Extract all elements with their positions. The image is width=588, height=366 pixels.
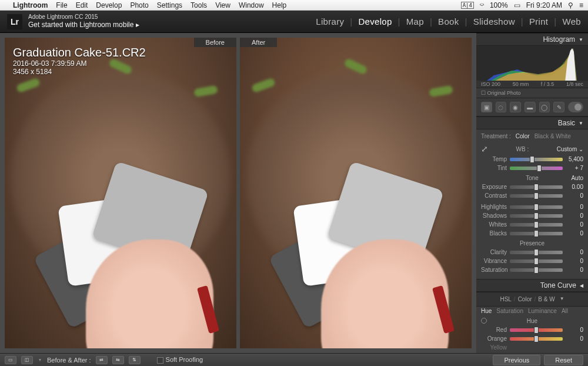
- hsl-sub-saturation[interactable]: Saturation: [496, 308, 523, 314]
- hue-value-0[interactable]: 0: [566, 327, 583, 333]
- hsl-tab-color[interactable]: Color: [518, 296, 532, 302]
- histogram-header[interactable]: Histogram: [476, 33, 588, 46]
- identity-line2[interactable]: Get started with Lightroom mobile ▸: [28, 21, 139, 29]
- menu-settings[interactable]: Settings: [157, 1, 182, 9]
- menu-view[interactable]: View: [215, 1, 230, 9]
- tone2-value-2[interactable]: 0: [566, 221, 583, 228]
- histogram[interactable]: [476, 46, 588, 81]
- hsl-sub-luminance[interactable]: Luminance: [528, 308, 557, 314]
- menu-file[interactable]: File: [56, 1, 67, 9]
- hue-value-1[interactable]: 0: [566, 335, 583, 342]
- ba-layout-3[interactable]: ⇅: [129, 356, 141, 364]
- ba-layout-1[interactable]: ⇄: [96, 356, 108, 364]
- module-map[interactable]: Map: [406, 16, 424, 26]
- module-print[interactable]: Print: [529, 16, 548, 26]
- tone-label-1: Contrast: [481, 192, 507, 199]
- treatment-bw[interactable]: Black & White: [534, 133, 571, 139]
- tone2-slider-0[interactable]: [510, 205, 563, 209]
- wb-value-1[interactable]: + 7: [566, 165, 583, 171]
- hsl-header[interactable]: HSL/ Color/ B & W ▼: [476, 292, 588, 307]
- spotlight-icon[interactable]: ⚲: [568, 1, 573, 9]
- wb-slider-1[interactable]: [510, 167, 563, 170]
- ba-layout-2[interactable]: ⇆: [112, 356, 124, 364]
- presence-slider-2[interactable]: [510, 268, 563, 272]
- previous-button[interactable]: Previous: [493, 355, 540, 365]
- module-develop[interactable]: Develop: [358, 16, 392, 26]
- hsl-subtabs: Hue Saturation Luminance All: [476, 307, 588, 315]
- tone-row-exposure: Exposure0.00: [481, 182, 583, 191]
- module-library[interactable]: Library: [316, 16, 344, 26]
- adobe-sync-icon[interactable]: A|4: [461, 2, 474, 9]
- battery-icon: ▭: [514, 1, 520, 9]
- reset-button[interactable]: Reset: [544, 355, 583, 365]
- original-photo-checkbox[interactable]: Original Photo: [476, 88, 588, 98]
- presence-value-1[interactable]: 0: [566, 258, 583, 264]
- wifi-icon[interactable]: ⌔: [480, 1, 484, 9]
- basic-header[interactable]: Basic: [476, 117, 588, 129]
- hue-slider-0[interactable]: [510, 328, 563, 332]
- menu-window[interactable]: Window: [239, 1, 264, 9]
- module-web[interactable]: Web: [563, 16, 581, 26]
- menu-help[interactable]: Help: [272, 1, 287, 9]
- tone2-slider-3[interactable]: [510, 232, 563, 235]
- clock[interactable]: Fri 9:20 AM: [526, 1, 562, 9]
- spot-removal-tool[interactable]: ◌: [496, 102, 507, 112]
- presence-value-0[interactable]: 0: [566, 249, 583, 255]
- hue-slider-1[interactable]: [510, 337, 563, 341]
- tone2-label-1: Shadows: [481, 212, 507, 219]
- graduated-filter-tool[interactable]: ▬: [524, 102, 536, 112]
- module-slideshow[interactable]: Slideshow: [473, 16, 515, 26]
- presence-value-2[interactable]: 0: [566, 267, 583, 273]
- tone2-row-blacks: Blacks0: [481, 229, 583, 238]
- tone2-value-1[interactable]: 0: [566, 212, 583, 219]
- wb-value-0[interactable]: 5,400: [566, 156, 583, 162]
- tone-label-0: Exposure: [481, 184, 507, 190]
- panel-switch[interactable]: [568, 102, 583, 112]
- auto-tone-button[interactable]: Auto: [571, 175, 583, 181]
- before-after-view-button[interactable]: ◫: [21, 356, 33, 364]
- before-pane[interactable]: Before Graduation Cake-51.CR2 2016-06-03…: [5, 38, 236, 348]
- identity-line1: Adobe Lightroom CC 2015: [28, 14, 139, 21]
- tone-slider-0[interactable]: [510, 185, 563, 189]
- soft-proofing-checkbox[interactable]: Soft Proofing: [157, 356, 203, 364]
- tone-slider-1[interactable]: [510, 194, 563, 198]
- hsl-sub-all[interactable]: All: [562, 308, 568, 314]
- loupe-view-button[interactable]: ▭: [5, 356, 16, 364]
- radial-filter-tool[interactable]: ◯: [539, 102, 550, 112]
- hue-row-red: Red0: [481, 325, 583, 334]
- battery-status[interactable]: 100%: [490, 1, 508, 9]
- presence-slider-0[interactable]: [510, 251, 563, 254]
- targeted-adjust-tool[interactable]: [481, 318, 487, 324]
- before-after-label: Before & After :: [47, 357, 91, 364]
- menubar-app[interactable]: Lightroom: [13, 1, 48, 9]
- tone-value-0[interactable]: 0.00: [566, 184, 583, 190]
- tone2-slider-1[interactable]: [510, 214, 563, 218]
- tone-curve-header[interactable]: Tone Curve: [476, 279, 588, 292]
- crop-tool[interactable]: ▣: [481, 102, 492, 112]
- redeye-tool[interactable]: ◉: [510, 102, 521, 112]
- after-pane[interactable]: After: [240, 38, 472, 348]
- module-book[interactable]: Book: [438, 16, 459, 26]
- hsl-sub-hue[interactable]: Hue: [481, 308, 492, 314]
- hsl-tab-hsl[interactable]: HSL: [500, 296, 511, 302]
- menu-develop[interactable]: Develop: [96, 1, 122, 9]
- hue-yellow-label: Yellow: [481, 344, 507, 351]
- tone2-value-0[interactable]: 0: [566, 204, 583, 210]
- wb-preset-dropdown[interactable]: Custom ⌄: [557, 146, 583, 152]
- tone-value-1[interactable]: 0: [566, 192, 583, 199]
- loupe-viewer: Before Graduation Cake-51.CR2 2016-06-03…: [0, 33, 476, 353]
- presence-slider-1[interactable]: [510, 259, 563, 263]
- wb-dropper-tool[interactable]: ⤢: [481, 144, 488, 154]
- tone2-label-3: Blacks: [481, 230, 507, 237]
- wb-slider-0[interactable]: [510, 158, 563, 161]
- menu-edit[interactable]: Edit: [76, 1, 88, 9]
- tone2-value-3[interactable]: 0: [566, 230, 583, 237]
- menu-photo[interactable]: Photo: [130, 1, 148, 9]
- adjustment-brush-tool[interactable]: ✎: [553, 102, 564, 112]
- treatment-color[interactable]: Color: [516, 133, 530, 139]
- menu-extras-icon[interactable]: ≡: [579, 1, 583, 9]
- tone2-slider-2[interactable]: [510, 223, 563, 227]
- hsl-tab-bw[interactable]: B & W: [538, 296, 554, 302]
- menu-tools[interactable]: Tools: [191, 1, 207, 9]
- view-options-dropdown[interactable]: ▾: [39, 357, 41, 362]
